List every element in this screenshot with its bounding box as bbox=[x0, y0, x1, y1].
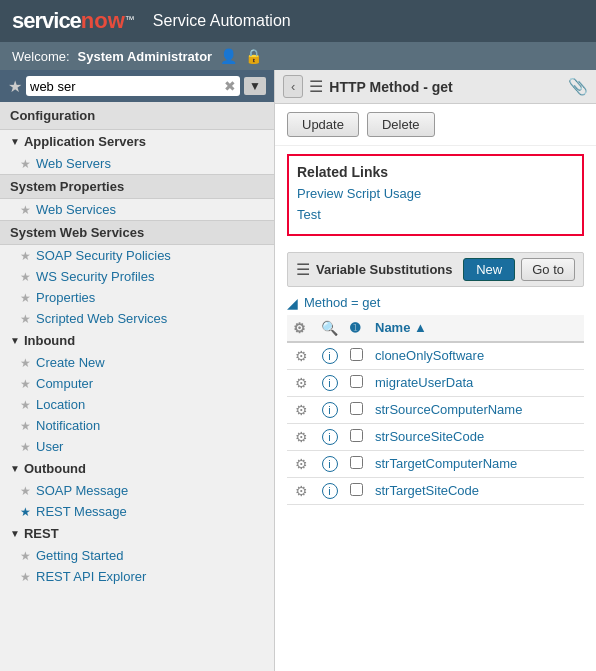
filter-icon[interactable]: ◢ bbox=[287, 295, 298, 311]
logo: servicenow™ bbox=[12, 8, 135, 34]
scripted-ws-label: Scripted Web Services bbox=[36, 311, 167, 326]
welcome-bar: Welcome: System Administrator 👤 🔒 bbox=[0, 42, 596, 70]
search-input[interactable] bbox=[30, 79, 224, 94]
user-profile-icon[interactable]: 👤 bbox=[220, 48, 237, 64]
table-row: ⚙ i strSourceSiteCode bbox=[287, 423, 584, 450]
sort-circle-icon[interactable]: ➊ bbox=[350, 321, 360, 335]
bookmark-icon[interactable]: ★ bbox=[8, 77, 22, 96]
related-link-test[interactable]: Test bbox=[297, 205, 574, 226]
star-icon-rest-msg: ★ bbox=[20, 505, 31, 519]
row-name-link[interactable]: migrateUserData bbox=[375, 375, 473, 390]
sidebar-item-location[interactable]: ★ Location bbox=[0, 394, 274, 415]
row-checkbox[interactable] bbox=[350, 429, 363, 442]
sidebar-item-rest-message[interactable]: ★ REST Message bbox=[0, 501, 274, 522]
sidebar-item-notification[interactable]: ★ Notification bbox=[0, 415, 274, 436]
var-sub-menu-icon[interactable]: ☰ bbox=[296, 260, 310, 279]
row-name-link[interactable]: strSourceComputerName bbox=[375, 402, 522, 417]
row-name-cell: strSourceSiteCode bbox=[369, 423, 584, 450]
row-check-cell bbox=[344, 450, 369, 477]
row-gear-cell: ⚙ bbox=[287, 342, 315, 370]
row-info-icon[interactable]: i bbox=[322, 483, 338, 499]
star-icon-notif: ★ bbox=[20, 419, 31, 433]
related-links-title: Related Links bbox=[297, 164, 574, 180]
row-checkbox[interactable] bbox=[350, 402, 363, 415]
update-button[interactable]: Update bbox=[287, 112, 359, 137]
outbound-group[interactable]: ▼ Outbound bbox=[0, 457, 274, 480]
row-gear-cell: ⚙ bbox=[287, 369, 315, 396]
row-info-cell: i bbox=[315, 477, 344, 504]
app-servers-label: Application Servers bbox=[24, 134, 146, 149]
row-info-icon[interactable]: i bbox=[322, 456, 338, 472]
sidebar-item-create-new[interactable]: ★ Create New bbox=[0, 352, 274, 373]
row-name-link[interactable]: cloneOnlySoftware bbox=[375, 348, 484, 363]
row-gear-icon[interactable]: ⚙ bbox=[295, 456, 308, 472]
attach-icon[interactable]: 📎 bbox=[568, 77, 588, 96]
back-button[interactable]: ‹ bbox=[283, 75, 303, 98]
computer-label: Computer bbox=[36, 376, 93, 391]
collapse-icon: ▼ bbox=[10, 136, 20, 147]
row-name-cell: strTargetComputerName bbox=[369, 450, 584, 477]
row-checkbox[interactable] bbox=[350, 348, 363, 361]
rest-message-label: REST Message bbox=[36, 504, 127, 519]
row-check-cell bbox=[344, 396, 369, 423]
rest-group[interactable]: ▼ REST bbox=[0, 522, 274, 545]
row-info-icon[interactable]: i bbox=[322, 429, 338, 445]
new-button[interactable]: New bbox=[463, 258, 515, 281]
search-clear-icon[interactable]: ✖ bbox=[224, 78, 236, 94]
sidebar: ★ ✖ ▼ Configuration ▼ Application Server… bbox=[0, 70, 275, 671]
sidebar-item-ws-security[interactable]: ★ WS Security Profiles bbox=[0, 266, 274, 287]
table-row: ⚙ i migrateUserData bbox=[287, 369, 584, 396]
star-icon-soap: ★ bbox=[20, 249, 31, 263]
logo-now: now bbox=[81, 8, 125, 33]
app-servers-group[interactable]: ▼ Application Servers bbox=[0, 130, 274, 153]
sidebar-item-web-services[interactable]: ★ Web Services bbox=[0, 199, 274, 220]
outbound-collapse-icon: ▼ bbox=[10, 463, 20, 474]
row-info-cell: i bbox=[315, 423, 344, 450]
hamburger-menu-icon[interactable]: ☰ bbox=[309, 77, 323, 96]
row-info-icon[interactable]: i bbox=[322, 375, 338, 391]
variable-substitutions-bar: ☰ Variable Substitutions New Go to bbox=[287, 252, 584, 287]
row-gear-icon[interactable]: ⚙ bbox=[295, 402, 308, 418]
goto-button[interactable]: Go to bbox=[521, 258, 575, 281]
search-dropdown-icon[interactable]: ▼ bbox=[244, 77, 266, 95]
sidebar-item-scripted-ws[interactable]: ★ Scripted Web Services bbox=[0, 308, 274, 329]
table-gear-icon[interactable]: ⚙ bbox=[293, 320, 306, 336]
welcome-user: System Administrator bbox=[78, 49, 213, 64]
row-name-link[interactable]: strTargetSiteCode bbox=[375, 483, 479, 498]
logo-tm: ™ bbox=[125, 14, 135, 25]
outbound-label: Outbound bbox=[24, 461, 86, 476]
related-link-preview-script[interactable]: Preview Script Usage bbox=[297, 184, 574, 205]
inbound-group[interactable]: ▼ Inbound bbox=[0, 329, 274, 352]
row-checkbox[interactable] bbox=[350, 456, 363, 469]
row-gear-icon[interactable]: ⚙ bbox=[295, 429, 308, 445]
sidebar-item-web-servers[interactable]: ★ Web Servers bbox=[0, 153, 274, 174]
delete-button[interactable]: Delete bbox=[367, 112, 435, 137]
create-new-label: Create New bbox=[36, 355, 105, 370]
notification-label: Notification bbox=[36, 418, 100, 433]
row-checkbox[interactable] bbox=[350, 375, 363, 388]
row-gear-icon[interactable]: ⚙ bbox=[295, 483, 308, 499]
name-col-header[interactable]: Name ▲ bbox=[369, 315, 584, 342]
sidebar-item-getting-started[interactable]: ★ Getting Started bbox=[0, 545, 274, 566]
sidebar-item-computer[interactable]: ★ Computer bbox=[0, 373, 274, 394]
row-gear-icon[interactable]: ⚙ bbox=[295, 375, 308, 391]
lock-icon[interactable]: 🔒 bbox=[245, 48, 262, 64]
table-search-icon[interactable]: 🔍 bbox=[321, 320, 338, 336]
row-name-link[interactable]: strTargetComputerName bbox=[375, 456, 517, 471]
filter-row: ◢ Method = get bbox=[275, 291, 596, 315]
star-icon-soap-msg: ★ bbox=[20, 484, 31, 498]
getting-started-label: Getting Started bbox=[36, 548, 123, 563]
row-gear-cell: ⚙ bbox=[287, 396, 315, 423]
sidebar-item-soap-message[interactable]: ★ SOAP Message bbox=[0, 480, 274, 501]
sidebar-item-properties[interactable]: ★ Properties bbox=[0, 287, 274, 308]
row-checkbox[interactable] bbox=[350, 483, 363, 496]
sidebar-item-soap-security[interactable]: ★ SOAP Security Policies bbox=[0, 245, 274, 266]
row-name-link[interactable]: strSourceSiteCode bbox=[375, 429, 484, 444]
row-gear-icon[interactable]: ⚙ bbox=[295, 348, 308, 364]
row-gear-cell: ⚙ bbox=[287, 477, 315, 504]
sidebar-item-user[interactable]: ★ User bbox=[0, 436, 274, 457]
row-info-icon[interactable]: i bbox=[322, 402, 338, 418]
row-info-icon[interactable]: i bbox=[322, 348, 338, 364]
action-bar: Update Delete bbox=[275, 104, 596, 146]
sidebar-item-rest-api[interactable]: ★ REST API Explorer bbox=[0, 566, 274, 587]
